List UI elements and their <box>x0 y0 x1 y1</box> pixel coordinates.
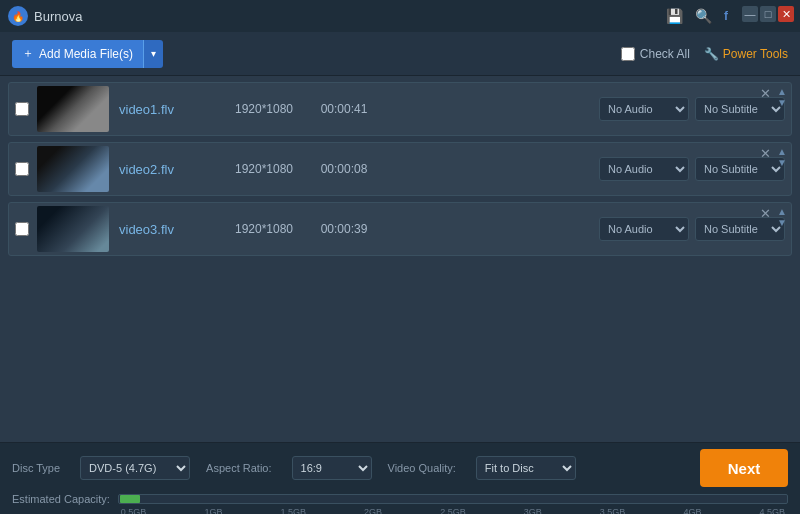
capacity-tick: 2GB <box>364 507 382 514</box>
item-arrows-2: ▲ ▼ <box>777 207 787 228</box>
item-down-button-2[interactable]: ▼ <box>777 218 787 228</box>
minimize-button[interactable]: — <box>742 6 758 22</box>
save-icon-btn[interactable]: 💾 <box>664 6 685 26</box>
capacity-bar-fill <box>120 495 140 503</box>
item-close-button-1[interactable]: ✕ <box>760 147 771 160</box>
item-down-button-1[interactable]: ▼ <box>777 158 787 168</box>
add-media-label: Add Media File(s) <box>39 47 133 61</box>
item-up-button-2[interactable]: ▲ <box>777 207 787 217</box>
aspect-ratio-select[interactable]: 16:94:3 <box>292 456 372 480</box>
bottom-controls-row: Disc Type DVD-5 (4.7G)DVD-9 (8.5G)Blu-ra… <box>12 449 788 487</box>
app-name: Burnova <box>34 9 82 24</box>
item-checkbox-2[interactable] <box>15 222 29 236</box>
check-all-label: Check All <box>640 47 690 61</box>
item-thumbnail-2 <box>37 206 109 252</box>
aspect-ratio-label: Aspect Ratio: <box>206 462 271 474</box>
capacity-tick: 2.5GB <box>440 507 466 514</box>
title-bar: 🔥 Burnova 💾 🔍 f — □ ✕ <box>0 0 800 32</box>
disc-type-select[interactable]: DVD-5 (4.7G)DVD-9 (8.5G)Blu-ray (25G) <box>80 456 190 480</box>
toolbar-right: Check All 🔧 Power Tools <box>621 47 788 61</box>
item-name-1: video2.flv <box>119 162 219 177</box>
item-controls-0: No AudioAudio 1Audio 2 No SubtitleSubtit… <box>599 97 785 121</box>
check-all-container: Check All <box>621 47 690 61</box>
next-btn-container: Next <box>688 449 788 487</box>
toolbar: ＋ Add Media File(s) ▾ Check All 🔧 Power … <box>0 32 800 76</box>
add-media-button[interactable]: ＋ Add Media File(s) <box>12 40 143 68</box>
capacity-tick: 4GB <box>683 507 701 514</box>
item-up-button-1[interactable]: ▲ <box>777 147 787 157</box>
item-audio-select-1[interactable]: No AudioAudio 1Audio 2 <box>599 157 689 181</box>
item-resolution-2: 1920*1080 <box>219 222 309 236</box>
window-controls: 💾 🔍 f — □ ✕ <box>664 6 794 26</box>
item-thumbnail-0 <box>37 86 109 132</box>
item-controls-1: No AudioAudio 1Audio 2 No SubtitleSubtit… <box>599 157 785 181</box>
capacity-tick: 3.5GB <box>600 507 626 514</box>
item-duration-1: 00:00:08 <box>309 162 379 176</box>
capacity-tick: 0.5GB <box>121 507 147 514</box>
video-quality-label: Video Quality: <box>388 462 456 474</box>
item-arrows-1: ▲ ▼ <box>777 147 787 168</box>
item-resolution-0: 1920*1080 <box>219 102 309 116</box>
item-duration-2: 00:00:39 <box>309 222 379 236</box>
app-icon: 🔥 <box>8 6 28 26</box>
item-subtitle-select-0[interactable]: No SubtitleSubtitle 1Subtitle 2 <box>695 97 785 121</box>
disc-type-label: Disc Type <box>12 462 60 474</box>
item-resolution-1: 1920*1080 <box>219 162 309 176</box>
check-all-checkbox[interactable] <box>621 47 635 61</box>
item-name-0: video1.flv <box>119 102 219 117</box>
item-checkbox-1[interactable] <box>15 162 29 176</box>
item-subtitle-select-2[interactable]: No SubtitleSubtitle 1Subtitle 2 <box>695 217 785 241</box>
capacity-tick: 1GB <box>204 507 222 514</box>
capacity-bar: 0.5GB1GB1.5GB2GB2.5GB3GB3.5GB4GB4.5GB <box>118 494 788 504</box>
power-tools-label: Power Tools <box>723 47 788 61</box>
power-tools-button[interactable]: 🔧 Power Tools <box>704 47 788 61</box>
media-item: video3.flv 1920*1080 00:00:39 No AudioAu… <box>8 202 792 256</box>
item-thumbnail-1 <box>37 146 109 192</box>
power-tools-icon: 🔧 <box>704 47 719 61</box>
capacity-tick: 1.5GB <box>280 507 306 514</box>
capacity-tick: 4.5GB <box>759 507 785 514</box>
item-duration-0: 00:00:41 <box>309 102 379 116</box>
item-subtitle-select-1[interactable]: No SubtitleSubtitle 1Subtitle 2 <box>695 157 785 181</box>
dropdown-arrow-icon: ▾ <box>151 48 156 59</box>
capacity-row: Estimated Capacity: 0.5GB1GB1.5GB2GB2.5G… <box>12 493 788 505</box>
item-arrows-0: ▲ ▼ <box>777 87 787 108</box>
add-dropdown-button[interactable]: ▾ <box>143 40 163 68</box>
media-item: video1.flv 1920*1080 00:00:41 No AudioAu… <box>8 82 792 136</box>
item-down-button-0[interactable]: ▼ <box>777 98 787 108</box>
search-icon-btn[interactable]: 🔍 <box>693 6 714 26</box>
capacity-label: Estimated Capacity: <box>12 493 110 505</box>
item-close-button-0[interactable]: ✕ <box>760 87 771 100</box>
bottom-bar: Disc Type DVD-5 (4.7G)DVD-9 (8.5G)Blu-ra… <box>0 442 800 514</box>
media-item: video2.flv 1920*1080 00:00:08 No AudioAu… <box>8 142 792 196</box>
item-controls-2: No AudioAudio 1Audio 2 No SubtitleSubtit… <box>599 217 785 241</box>
video-quality-select[interactable]: Fit to DiscLowMediumHigh <box>476 456 576 480</box>
add-icon: ＋ <box>22 45 34 62</box>
item-audio-select-2[interactable]: No AudioAudio 1Audio 2 <box>599 217 689 241</box>
item-checkbox-0[interactable] <box>15 102 29 116</box>
close-button[interactable]: ✕ <box>778 6 794 22</box>
item-close-button-2[interactable]: ✕ <box>760 207 771 220</box>
capacity-tick: 3GB <box>524 507 542 514</box>
next-button[interactable]: Next <box>700 449 788 487</box>
item-up-button-0[interactable]: ▲ <box>777 87 787 97</box>
maximize-button[interactable]: □ <box>760 6 776 22</box>
media-list-container: video1.flv 1920*1080 00:00:41 No AudioAu… <box>0 76 800 442</box>
item-name-2: video3.flv <box>119 222 219 237</box>
capacity-ticks: 0.5GB1GB1.5GB2GB2.5GB3GB3.5GB4GB4.5GB <box>119 507 787 514</box>
item-audio-select-0[interactable]: No AudioAudio 1Audio 2 <box>599 97 689 121</box>
facebook-icon-btn[interactable]: f <box>722 7 730 25</box>
